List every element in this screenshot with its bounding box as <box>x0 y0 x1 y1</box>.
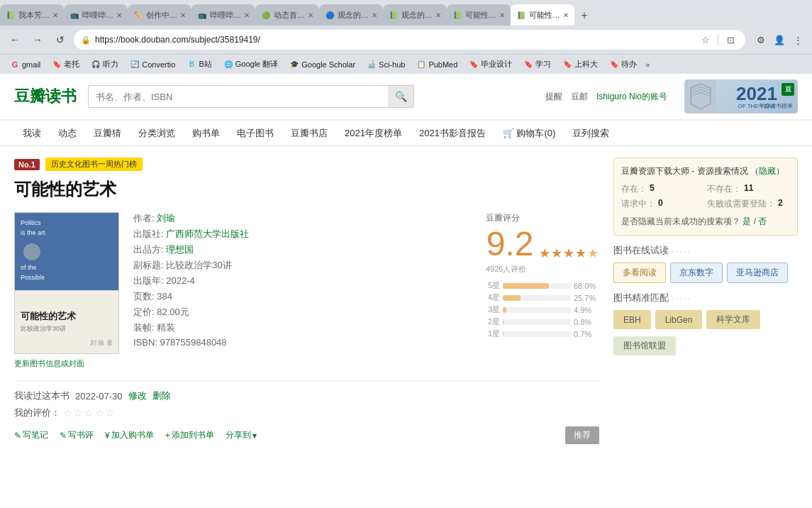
bookmark-google-scholar[interactable]: 🎓 Google Scholar <box>285 58 360 71</box>
nav-doulist-search[interactable]: 豆列搜索 <box>564 121 618 146</box>
tab-5[interactable]: 🔵 观念的… ✕ <box>319 4 383 26</box>
tab-3[interactable]: 📺 哔哩哔… ✕ <box>191 4 255 26</box>
add-to-list-link[interactable]: + 添加到书单 <box>165 429 214 441</box>
nav-report[interactable]: 2021书影音报告 <box>411 121 494 146</box>
resource-hide-link[interactable]: 隐藏 <box>759 166 776 176</box>
bar-fill-2 <box>503 319 504 325</box>
my-star-1[interactable]: ☆ <box>63 407 72 419</box>
forward-button[interactable]: → <box>28 31 47 49</box>
nav-woду[interactable]: 我读 <box>14 121 50 146</box>
tab-close-6[interactable]: ✕ <box>435 11 441 19</box>
nav-booklist[interactable]: 购书单 <box>184 121 228 146</box>
nav-ebook[interactable]: 电子图书 <box>228 121 282 146</box>
nav-store[interactable]: 豆瓣书店 <box>282 121 336 146</box>
my-rating-stars[interactable]: ☆ ☆ ☆ ☆ ☆ <box>63 407 115 419</box>
libgen-button[interactable]: LibGen <box>655 310 703 329</box>
nav-yearly[interactable]: 2021年度榜单 <box>336 121 411 146</box>
nav-browse[interactable]: 分类浏览 <box>130 121 184 146</box>
delete-link[interactable]: 删除 <box>152 390 171 402</box>
search-input[interactable] <box>89 92 388 102</box>
profile-icon[interactable]: 👤 <box>771 31 788 48</box>
my-star-4[interactable]: ☆ <box>95 407 104 419</box>
bookmark-bilibili[interactable]: B B站 <box>182 57 216 71</box>
recommend-button[interactable]: 推荐 <box>565 426 599 444</box>
bookmark-shangkeda[interactable]: 🔖 上科大 <box>558 57 602 71</box>
tab-1[interactable]: 📺 哔哩哔… ✕ <box>64 4 128 26</box>
tab-0[interactable]: 📗 我本芳… ✕ <box>0 4 64 26</box>
bookmark-convertio[interactable]: 🔄 Convertio <box>126 58 179 71</box>
my-star-3[interactable]: ☆ <box>84 407 94 419</box>
write-review-link[interactable]: ✎ 写书评 <box>60 429 94 441</box>
bookmarks-more[interactable]: » <box>645 60 650 69</box>
add-to-cart-link[interactable]: ¥ 加入购书单 <box>105 429 154 441</box>
bookmark-google-translate[interactable]: 🌐 Google 翻译 <box>219 57 283 71</box>
tab-close-3[interactable]: ✕ <box>244 11 250 19</box>
remind-link[interactable]: 提醒 <box>545 91 562 103</box>
star-5: ★ <box>587 245 599 261</box>
tab-close-2[interactable]: ✕ <box>180 11 186 19</box>
laotuo-favicon: 🔖 <box>52 60 62 70</box>
my-star-5[interactable]: ☆ <box>106 407 115 419</box>
tab-7[interactable]: 📗 可能性… ✕ <box>447 4 511 26</box>
extensions-icon[interactable]: ⚙ <box>752 31 769 48</box>
hide-no-link[interactable]: 否 <box>758 216 767 226</box>
nav-guess[interactable]: 豆瓣猜 <box>85 121 130 146</box>
back-button[interactable]: ← <box>6 31 24 49</box>
more-options-icon[interactable]: ⋮ <box>789 31 806 48</box>
author-link[interactable]: 刘瑜 <box>157 213 175 223</box>
tab-4[interactable]: 🟢 动态首… ✕ <box>255 4 319 26</box>
share-link[interactable]: 分享到 ▾ <box>226 429 257 441</box>
bookmark-star-icon[interactable]: ☆ <box>698 32 713 48</box>
tab-close-5[interactable]: ✕ <box>372 11 377 19</box>
new-tab-button[interactable]: + <box>574 6 594 26</box>
jingdong-button[interactable]: 京东数字 <box>670 263 723 283</box>
tab-2[interactable]: ✏️ 创作中… ✕ <box>128 4 191 26</box>
tab-close-4[interactable]: ✕ <box>308 11 313 19</box>
bookmark-daiban[interactable]: 🔖 待办 <box>605 57 641 71</box>
bookmark-laotuo[interactable]: 🔖 老托 <box>48 57 84 71</box>
search-button[interactable]: 🔍 <box>388 85 413 108</box>
doumail-link[interactable]: 豆邮 <box>571 91 588 103</box>
origin-link[interactable]: 理想国 <box>166 244 194 255</box>
bookmark-gmail[interactable]: G gmail <box>6 58 45 71</box>
bar-label-4: 4星 <box>486 292 500 303</box>
publisher-link[interactable]: 广西师范大学出版社 <box>166 228 249 239</box>
stat-request-label: 请求中： <box>621 198 655 210</box>
write-note-link[interactable]: ✎ 写笔记 <box>14 429 48 441</box>
tab-close-7[interactable]: ✕ <box>499 11 505 19</box>
library-button[interactable]: 图书馆联盟 <box>613 336 676 355</box>
update-cover-link[interactable]: 更新图书信息或封面 <box>14 358 119 369</box>
amazon-button[interactable]: 亚马逊商店 <box>727 263 788 283</box>
bar-row-1: 1星 0.7% <box>486 328 599 339</box>
bookmarks-bar: G gmail 🔖 老托 🎧 听力 🔄 Convertio B B站 🌐 Goo… <box>0 54 812 74</box>
edit-link[interactable]: 修改 <box>128 390 147 402</box>
rating-count: 4926人评价 <box>486 264 526 275</box>
hide-yes-link[interactable]: 是 <box>743 216 751 226</box>
tab-close-8[interactable]: ✕ <box>563 11 569 19</box>
nav-cart[interactable]: 🛒 购物车(0) <box>494 121 564 146</box>
tab-close-1[interactable]: ✕ <box>116 11 122 19</box>
address-bar[interactable]: 🔒 https://book.douban.com/subject/358194… <box>74 30 745 50</box>
tab-6[interactable]: 📗 观念的… ✕ <box>383 4 447 26</box>
cast-icon[interactable]: ⊡ <box>723 32 738 48</box>
bookmark-graduation[interactable]: 🔖 毕业设计 <box>465 57 516 71</box>
bar-pct-2: 0.8% <box>574 318 599 326</box>
tab-8[interactable]: 📗 可能性… ✕ <box>511 4 574 26</box>
bookmark-scihub[interactable]: 🔬 Sci-hub <box>362 58 409 71</box>
bookmark-pubmed[interactable]: 📋 PubMed <box>412 58 462 71</box>
bar-fill-3 <box>503 307 506 313</box>
refresh-button[interactable]: ↺ <box>51 31 69 49</box>
my-star-2[interactable]: ☆ <box>74 407 83 419</box>
bookmark-study[interactable]: 🔖 学习 <box>519 57 555 71</box>
subtitle-value: 比较政治学30讲 <box>166 260 231 270</box>
bookmark-tingli[interactable]: 🎧 听力 <box>87 57 123 71</box>
kexue-button[interactable]: 科学文库 <box>706 310 760 329</box>
search-box[interactable]: 🔍 <box>88 85 414 108</box>
rating-bars: 5星 68.0% 4星 <box>486 280 599 341</box>
user-account[interactable]: Ishiguro Nio的账号 <box>596 91 667 103</box>
ebh-button[interactable]: EBH <box>613 310 651 329</box>
pubmed-favicon: 📋 <box>416 60 426 70</box>
tab-close-0[interactable]: ✕ <box>52 11 58 19</box>
nav-dongtai[interactable]: 动态 <box>50 121 85 146</box>
duokan-button[interactable]: 多看阅读 <box>613 263 666 283</box>
